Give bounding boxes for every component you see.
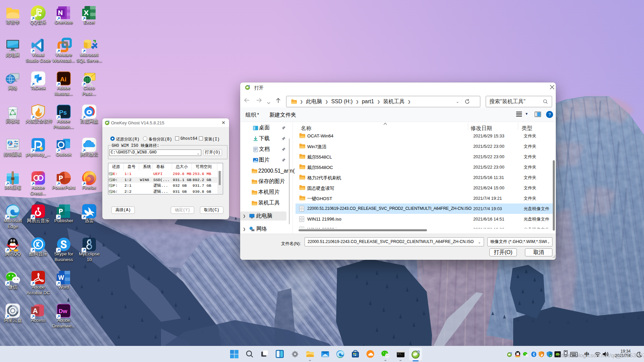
svg-text:Ai: Ai: [60, 76, 66, 83]
svg-text:Dw: Dw: [59, 308, 67, 314]
svg-text:C:\_: C:\_: [397, 353, 402, 355]
